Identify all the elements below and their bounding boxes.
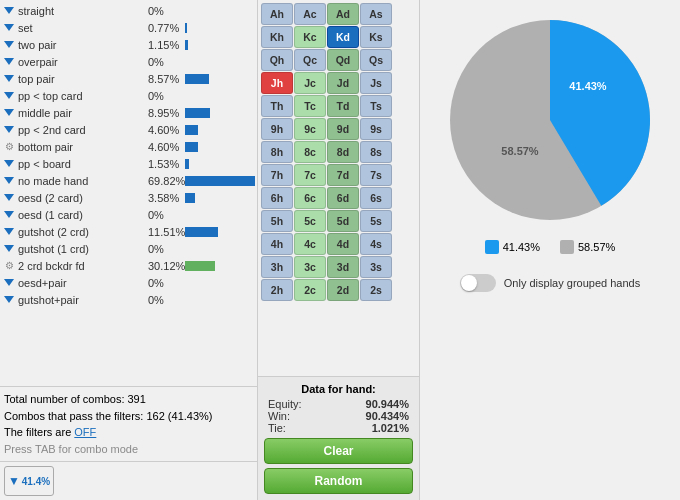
card-ad[interactable]: Ad	[327, 3, 359, 25]
card-9d[interactable]: 9d	[327, 118, 359, 140]
card-th[interactable]: Th	[261, 95, 293, 117]
hand-pct: 11.51%	[145, 226, 183, 238]
card-8h[interactable]: 8h	[261, 141, 293, 163]
hand-row[interactable]: pp < board1.53%	[0, 155, 257, 172]
hand-row[interactable]: gutshot (2 crd)11.51%	[0, 223, 257, 240]
card-qs[interactable]: Qs	[360, 49, 392, 71]
hand-label: 2 crd bckdr fd	[18, 260, 145, 272]
hand-row[interactable]: gutshot+pair0%	[0, 291, 257, 308]
hand-row[interactable]: top pair8.57%	[0, 70, 257, 87]
hand-label: pp < 2nd card	[18, 124, 145, 136]
hand-row[interactable]: straight0%	[0, 2, 257, 19]
card-ah[interactable]: Ah	[261, 3, 293, 25]
card-6h[interactable]: 6h	[261, 187, 293, 209]
card-8s[interactable]: 8s	[360, 141, 392, 163]
hand-row[interactable]: ⚙2 crd bckdr fd30.12%	[0, 257, 257, 274]
card-kh[interactable]: Kh	[261, 26, 293, 48]
card-7c[interactable]: 7c	[294, 164, 326, 186]
hand-bar	[185, 261, 215, 271]
card-4h[interactable]: 4h	[261, 233, 293, 255]
hand-row[interactable]: pp < 2nd card4.60%	[0, 121, 257, 138]
tab-hint: Press TAB for combo mode	[4, 441, 253, 458]
card-kc[interactable]: Kc	[294, 26, 326, 48]
card-ts[interactable]: Ts	[360, 95, 392, 117]
hand-bar-container	[185, 23, 255, 33]
filter-status-row: The filters are OFF	[4, 424, 253, 441]
card-8d[interactable]: 8d	[327, 141, 359, 163]
card-jh[interactable]: Jh	[261, 72, 293, 94]
filter-off-link[interactable]: OFF	[74, 426, 96, 438]
hand-label: gutshot (2 crd)	[18, 226, 145, 238]
card-6s[interactable]: 6s	[360, 187, 392, 209]
hand-row[interactable]: oesd+pair0%	[0, 274, 257, 291]
hand-row[interactable]: overpair0%	[0, 53, 257, 70]
hand-row[interactable]: ⚙bottom pair4.60%	[0, 138, 257, 155]
hand-row[interactable]: oesd (1 card)0%	[0, 206, 257, 223]
hand-row[interactable]: middle pair8.95%	[0, 104, 257, 121]
card-9h[interactable]: 9h	[261, 118, 293, 140]
hand-row[interactable]: oesd (2 card)3.58%	[0, 189, 257, 206]
card-4s[interactable]: 4s	[360, 233, 392, 255]
tie-value: 1.021%	[372, 422, 409, 434]
card-7d[interactable]: 7d	[327, 164, 359, 186]
hand-row[interactable]: set0.77%	[0, 19, 257, 36]
card-2s[interactable]: 2s	[360, 279, 392, 301]
card-jc[interactable]: Jc	[294, 72, 326, 94]
card-qc[interactable]: Qc	[294, 49, 326, 71]
card-td[interactable]: Td	[327, 95, 359, 117]
hand-rows: straight0%set0.77%two pair1.15%overpair0…	[0, 0, 257, 386]
hand-bar-container	[185, 125, 255, 135]
card-7h[interactable]: 7h	[261, 164, 293, 186]
card-5s[interactable]: 5s	[360, 210, 392, 232]
hand-row[interactable]: no made hand69.82%	[0, 172, 257, 189]
card-7s[interactable]: 7s	[360, 164, 392, 186]
card-qh[interactable]: Qh	[261, 49, 293, 71]
card-2d[interactable]: 2d	[327, 279, 359, 301]
card-5d[interactable]: 5d	[327, 210, 359, 232]
card-ks[interactable]: Ks	[360, 26, 392, 48]
arrow-icon	[2, 276, 16, 290]
grouped-hands-toggle[interactable]	[460, 274, 496, 292]
card-2h[interactable]: 2h	[261, 279, 293, 301]
hand-bar	[185, 74, 209, 84]
card-tc[interactable]: Tc	[294, 95, 326, 117]
card-4c[interactable]: 4c	[294, 233, 326, 255]
card-6c[interactable]: 6c	[294, 187, 326, 209]
card-9c[interactable]: 9c	[294, 118, 326, 140]
card-3d[interactable]: 3d	[327, 256, 359, 278]
hand-row[interactable]: gutshot (1 crd)0%	[0, 240, 257, 257]
win-value: 90.434%	[366, 410, 409, 422]
hand-label: oesd+pair	[18, 277, 145, 289]
card-2c[interactable]: 2c	[294, 279, 326, 301]
card-jd[interactable]: Jd	[327, 72, 359, 94]
left-panel: straight0%set0.77%two pair1.15%overpair0…	[0, 0, 258, 500]
clear-button[interactable]: Clear	[264, 438, 413, 464]
toggle-knob	[461, 275, 477, 291]
card-js[interactable]: Js	[360, 72, 392, 94]
card-3s[interactable]: 3s	[360, 256, 392, 278]
hand-row[interactable]: two pair1.15%	[0, 36, 257, 53]
card-qd[interactable]: Qd	[327, 49, 359, 71]
arrow-icon	[2, 157, 16, 171]
filter-badge[interactable]: ▼ 41.4%	[4, 466, 54, 496]
card-4d[interactable]: 4d	[327, 233, 359, 255]
hand-row[interactable]: pp < top card0%	[0, 87, 257, 104]
card-3h[interactable]: 3h	[261, 256, 293, 278]
random-button[interactable]: Random	[264, 468, 413, 494]
card-ac[interactable]: Ac	[294, 3, 326, 25]
card-5c[interactable]: 5c	[294, 210, 326, 232]
card-kd[interactable]: Kd	[327, 26, 359, 48]
card-3c[interactable]: 3c	[294, 256, 326, 278]
card-6d[interactable]: 6d	[327, 187, 359, 209]
hand-bar-container	[185, 6, 255, 16]
hand-label: pp < top card	[18, 90, 145, 102]
svg-text:41.43%: 41.43%	[569, 80, 607, 92]
card-9s[interactable]: 9s	[360, 118, 392, 140]
hand-pct: 8.57%	[145, 73, 183, 85]
hand-pct: 0%	[145, 5, 183, 17]
hand-pct: 0%	[145, 90, 183, 102]
card-8c[interactable]: 8c	[294, 141, 326, 163]
hand-label: top pair	[18, 73, 145, 85]
card-5h[interactable]: 5h	[261, 210, 293, 232]
card-as[interactable]: As	[360, 3, 392, 25]
